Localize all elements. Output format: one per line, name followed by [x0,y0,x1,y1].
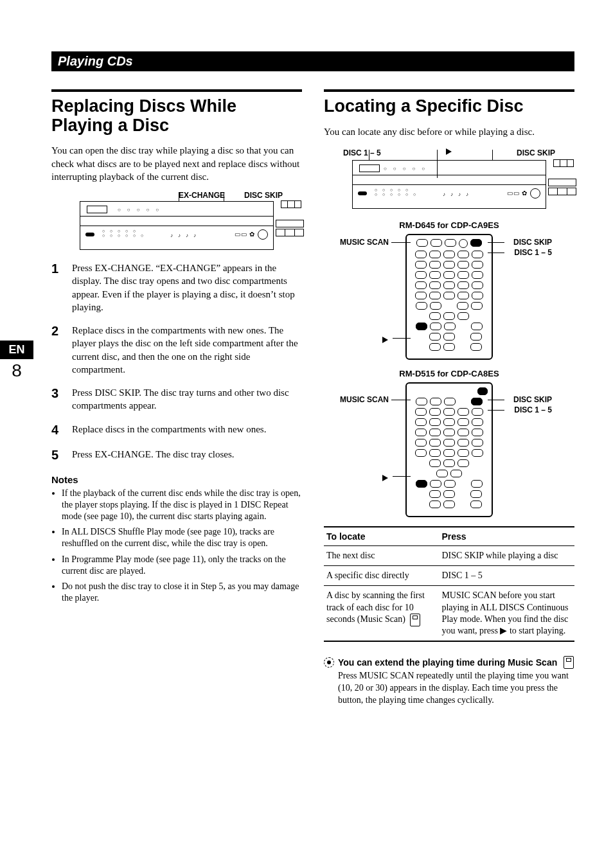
right-title: Locating a Specific Disc [324,97,574,116]
section-bar: Playing CDs [51,51,574,71]
player-diagram-left: EX-CHANGE DISC SKIP ○ ○ ○ ○ ○ ○ ○ ○ ○ ○○… [51,191,302,250]
right-column: Locating a Specific Disc You can locate … [324,89,574,707]
remote-icon [564,656,574,669]
tip-icon [324,657,334,668]
label-music-scan: MUSIC SCAN [340,395,389,404]
label-play [382,334,388,344]
right-intro: You can locate any disc before or while … [324,125,574,138]
step-text: Replace discs in the compartments with n… [72,324,302,376]
player-diagram-right: DISC 1 – 5 DISC SKIP ○ ○ ○ ○ ○ ○ ○ ○ ○ ○… [324,148,574,209]
tip-heading: You can extend the playing time during M… [338,657,557,669]
cell: A disc by scanning the first track of ea… [324,586,439,641]
step-text: Press EX-CHANGE. “EX-CHANGE” appears in … [72,261,302,314]
step-number: 5 [51,448,64,463]
left-intro: You can open the disc tray while playing… [51,144,302,183]
label-disc-skip: DISC SKIP [513,395,552,404]
callout-discskip: DISC SKIP [244,191,283,200]
label-play [382,472,388,483]
left-title: Replacing Discs While Playing a Disc [51,97,302,135]
rule [51,89,302,92]
remote2-diagram: MUSIC SCAN DISC SKIP DISC 1 – 5 [353,382,546,517]
play-icon [446,148,452,155]
notes-list: If the playback of the current disc ends… [51,488,302,605]
step-text: Press DISC SKIP. The disc tray turns and… [72,386,302,412]
note-item: In ALL DISCS Shuffle Play mode (see page… [62,526,302,549]
callout-disc15: DISC 1 – 5 [343,148,381,157]
table-head-locate: To locate [324,527,439,546]
tip-body: Press MUSIC SCAN repeatedly until the pl… [338,670,574,707]
remote1-diagram: MUSIC SCAN DISC SKIP DISC 1 – 5 [353,234,546,360]
step-number: 2 [51,324,64,376]
remote2-title: RM-D515 for CDP-CA8ES [324,369,574,378]
tip-block: You can extend the playing time during M… [324,656,574,707]
table-row: The next disc DISC SKIP while playing a … [324,545,574,565]
label-disc-skip: DISC SKIP [513,238,552,247]
cell: A specific disc directly [324,566,439,586]
step-number: 4 [51,423,64,438]
table-row: A specific disc directly DISC 1 – 5 [324,566,574,586]
remote1-title: RM-D645 for CDP-CA9ES [324,220,574,230]
left-steps: 1Press EX-CHANGE. “EX-CHANGE” appears in… [51,261,302,463]
notes-heading: Notes [51,474,302,485]
callout-exchange: EX-CHANGE [179,191,225,200]
table-row: A disc by scanning the first track of ea… [324,586,574,641]
label-disc15: DISC 1 – 5 [514,248,552,257]
cell: The next disc [324,545,439,565]
step-number: 1 [51,261,64,314]
note-item: In Programme Play mode (see page 11), on… [62,554,302,577]
cell: DISC 1 – 5 [439,566,574,586]
side-page-number: 8 [0,360,33,381]
side-tab: EN 8 [0,341,33,381]
callout-discskip: DISC SKIP [517,148,555,157]
note-item: Do not push the disc tray to close it in… [62,581,302,604]
step-text: Replace discs in the compartments with n… [72,423,266,438]
note-item: If the playback of the current disc ends… [62,488,302,523]
cell: DISC SKIP while playing a disc [439,545,574,565]
table-head-press: Press [439,527,574,546]
locate-table: To locate Press The next disc DISC SKIP … [324,526,574,642]
step-number: 3 [51,386,64,412]
remote-icon [410,614,420,626]
label-music-scan: MUSIC SCAN [340,238,389,247]
side-lang: EN [0,341,33,359]
left-column: Replacing Discs While Playing a Disc You… [51,89,302,707]
step-text: Press EX-CHANGE. The disc tray closes. [72,448,235,463]
rule [324,89,574,92]
label-disc15: DISC 1 – 5 [514,405,552,414]
cell: MUSIC SCAN before you start playing in A… [439,586,574,641]
